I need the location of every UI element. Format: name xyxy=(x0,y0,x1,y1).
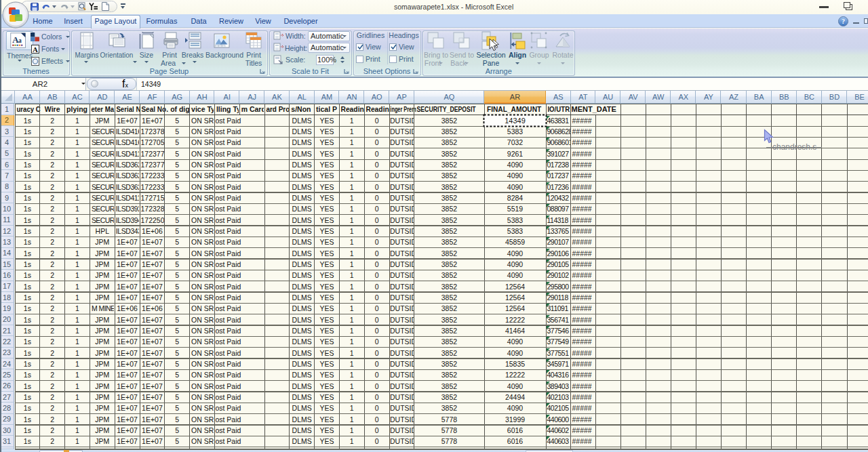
svg-text:a: a xyxy=(18,37,22,44)
svg-text:A: A xyxy=(33,45,38,54)
svg-text:?: ? xyxy=(842,18,845,25)
